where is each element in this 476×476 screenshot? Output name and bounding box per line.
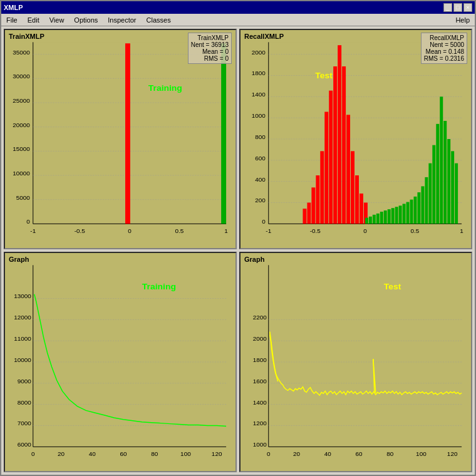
svg-rect-89 <box>447 139 450 224</box>
panel-recall-info: RecallXMLP Nent = 5000 Mean = 0.148 RMS … <box>421 33 467 64</box>
graph-test-svg: 1000 1200 1400 1600 1800 2000 2200 0 20 … <box>241 253 471 471</box>
svg-text:20: 20 <box>293 450 301 457</box>
svg-rect-62 <box>346 115 350 224</box>
train-info-title: TrainXMLP <box>191 34 229 41</box>
panel-recall-title: RecallXMLP <box>244 33 284 40</box>
content-area: TrainXMLP TrainXMLP Nent = 36913 Mean = … <box>1 26 475 475</box>
title-bar: XMLP _ □ × <box>1 1 475 14</box>
svg-rect-67 <box>365 218 368 224</box>
svg-rect-87 <box>440 96 443 224</box>
maximize-button[interactable]: □ <box>453 3 462 12</box>
svg-rect-63 <box>351 151 354 224</box>
panel-graph-test-title: Graph <box>244 256 264 263</box>
menu-file[interactable]: File <box>4 16 20 24</box>
svg-text:12000: 12000 <box>14 314 31 321</box>
svg-rect-78 <box>406 202 410 224</box>
svg-rect-82 <box>421 186 424 224</box>
svg-text:100: 100 <box>180 450 191 457</box>
svg-text:1800: 1800 <box>252 70 266 77</box>
svg-text:100: 100 <box>416 450 427 457</box>
svg-rect-81 <box>417 192 420 224</box>
graph-train-svg: 6000 7000 8000 9000 10000 11000 12000 13… <box>5 253 235 471</box>
recall-rms: RMS = 0.2316 <box>424 55 464 62</box>
svg-text:0.5: 0.5 <box>175 227 184 234</box>
menu-edit[interactable]: Edit <box>25 16 42 24</box>
train-mean: Mean = 0 <box>191 48 229 55</box>
svg-text:6000: 6000 <box>18 441 32 448</box>
svg-rect-80 <box>413 197 416 224</box>
close-button[interactable]: × <box>463 3 472 12</box>
svg-text:800: 800 <box>255 133 266 140</box>
svg-text:80: 80 <box>151 450 158 457</box>
svg-rect-86 <box>436 124 439 224</box>
recall-info-title: RecallXMLP <box>424 34 464 41</box>
svg-rect-53 <box>307 203 311 224</box>
minimize-button[interactable]: _ <box>443 3 452 12</box>
svg-rect-60 <box>338 45 341 224</box>
svg-text:-0.5: -0.5 <box>75 227 86 234</box>
svg-text:80: 80 <box>386 450 394 457</box>
svg-text:2000: 2000 <box>253 335 267 342</box>
train-nent: Nent = 36913 <box>191 41 229 48</box>
svg-text:1600: 1600 <box>253 378 267 385</box>
svg-rect-90 <box>451 151 454 224</box>
svg-text:2200: 2200 <box>253 314 267 321</box>
menu-options[interactable]: Options <box>71 16 100 24</box>
recall-nent: Nent = 5000 <box>424 41 464 48</box>
svg-text:60: 60 <box>355 450 363 457</box>
svg-rect-74 <box>391 208 395 224</box>
svg-text:Test: Test <box>384 282 401 291</box>
menu-help[interactable]: Help <box>453 16 472 24</box>
svg-text:1: 1 <box>460 227 463 234</box>
svg-text:0: 0 <box>267 450 271 457</box>
svg-rect-76 <box>399 205 402 224</box>
svg-rect-61 <box>342 66 346 224</box>
svg-text:5000: 5000 <box>16 194 31 201</box>
svg-text:1200: 1200 <box>253 420 267 427</box>
svg-text:11000: 11000 <box>14 335 31 342</box>
svg-text:600: 600 <box>255 155 266 162</box>
svg-rect-91 <box>455 163 458 224</box>
svg-rect-69 <box>373 215 376 224</box>
svg-text:2000: 2000 <box>252 49 266 56</box>
svg-text:-1: -1 <box>266 227 271 234</box>
svg-rect-55 <box>316 175 319 224</box>
svg-text:30000: 30000 <box>13 73 30 80</box>
svg-text:10000: 10000 <box>14 356 31 363</box>
svg-rect-56 <box>320 151 324 224</box>
svg-text:400: 400 <box>255 176 266 183</box>
svg-text:35000: 35000 <box>13 49 30 56</box>
svg-text:20: 20 <box>58 450 65 457</box>
svg-rect-68 <box>369 217 372 224</box>
svg-rect-52 <box>303 209 306 224</box>
svg-text:1400: 1400 <box>253 399 267 406</box>
svg-text:120: 120 <box>212 450 222 457</box>
svg-text:Training: Training <box>142 282 176 291</box>
panel-train-title: TrainXMLP <box>9 33 44 40</box>
svg-text:15000: 15000 <box>13 145 30 152</box>
panel-train-xmlp: TrainXMLP TrainXMLP Nent = 36913 Mean = … <box>4 29 237 249</box>
svg-rect-54 <box>311 187 315 224</box>
svg-rect-58 <box>329 91 333 224</box>
panel-graph-train-title: Graph <box>9 256 29 263</box>
svg-text:0.5: 0.5 <box>411 227 420 234</box>
svg-text:200: 200 <box>255 197 266 204</box>
svg-rect-24 <box>125 43 130 224</box>
svg-text:60: 60 <box>120 450 127 457</box>
svg-text:0: 0 <box>262 218 266 225</box>
svg-rect-88 <box>443 121 447 224</box>
menu-inspector[interactable]: Inspector <box>105 16 138 24</box>
svg-text:0: 0 <box>128 227 132 234</box>
menu-bar: File Edit View Options Inspector Classes… <box>1 14 475 26</box>
svg-rect-70 <box>376 214 380 224</box>
svg-text:1: 1 <box>224 227 228 234</box>
panel-train-info: TrainXMLP Nent = 36913 Mean = 0 RMS = 0 <box>188 33 232 64</box>
svg-rect-73 <box>388 209 391 224</box>
menu-classes[interactable]: Classes <box>144 16 173 24</box>
recall-label: Test <box>315 71 333 81</box>
window-controls: _ □ × <box>443 3 472 12</box>
menu-view[interactable]: View <box>47 16 67 24</box>
svg-text:0: 0 <box>26 218 30 225</box>
svg-rect-71 <box>380 212 383 224</box>
svg-text:8000: 8000 <box>18 399 32 406</box>
